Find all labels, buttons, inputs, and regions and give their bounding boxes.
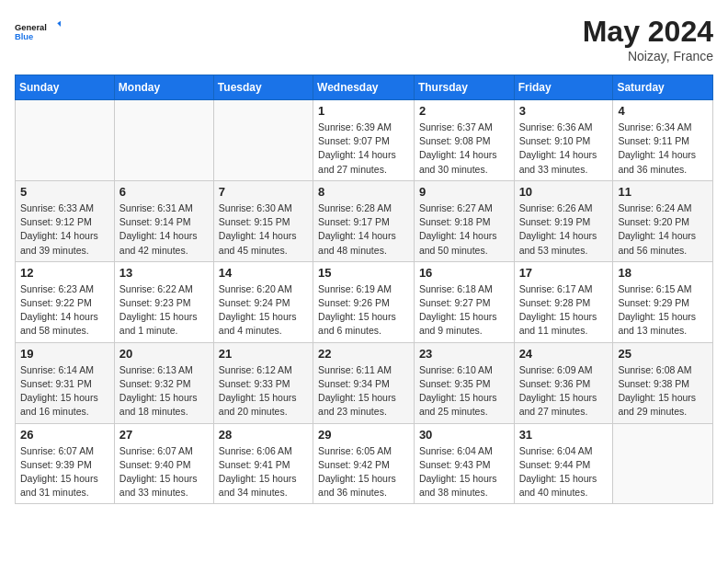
day-number: 28 [219,428,308,442]
day-info: Sunrise: 6:37 AM Sunset: 9:08 PM Dayligh… [419,121,509,177]
calendar-cell: 20Sunrise: 6:13 AM Sunset: 9:32 PM Dayli… [114,342,213,423]
day-info: Sunrise: 6:07 AM Sunset: 9:39 PM Dayligh… [20,444,109,500]
calendar-cell: 19Sunrise: 6:14 AM Sunset: 9:31 PM Dayli… [16,342,115,423]
calendar-table: SundayMondayTuesdayWednesdayThursdayFrid… [15,75,713,504]
day-info: Sunrise: 6:05 AM Sunset: 9:42 PM Dayligh… [318,444,409,500]
header: General Blue May 2024 Noizay, France [15,15,713,63]
day-info: Sunrise: 6:17 AM Sunset: 9:28 PM Dayligh… [519,282,609,339]
calendar-cell: 23Sunrise: 6:10 AM Sunset: 9:35 PM Dayli… [414,342,514,423]
day-header-wednesday: Wednesday [313,75,415,100]
day-number: 12 [20,266,109,280]
day-number: 24 [519,347,609,361]
day-number: 1 [318,104,409,118]
week-row-0: 1Sunrise: 6:39 AM Sunset: 9:07 PM Daylig… [16,100,713,181]
calendar-cell: 3Sunrise: 6:36 AM Sunset: 9:10 PM Daylig… [514,100,613,181]
day-number: 16 [419,266,509,280]
day-number: 10 [519,185,609,199]
calendar-cell: 1Sunrise: 6:39 AM Sunset: 9:07 PM Daylig… [313,100,415,181]
day-number: 8 [318,185,409,199]
day-number: 3 [519,104,609,118]
calendar-cell: 10Sunrise: 6:26 AM Sunset: 9:19 PM Dayli… [514,180,613,261]
day-number: 11 [618,185,708,199]
day-number: 7 [219,185,308,199]
calendar-cell: 22Sunrise: 6:11 AM Sunset: 9:34 PM Dayli… [313,342,415,423]
calendar-cell: 16Sunrise: 6:18 AM Sunset: 9:27 PM Dayli… [414,261,514,342]
day-info: Sunrise: 6:12 AM Sunset: 9:33 PM Dayligh… [219,363,308,419]
day-number: 20 [119,347,209,361]
calendar-cell [16,100,115,181]
day-info: Sunrise: 6:07 AM Sunset: 9:40 PM Dayligh… [119,444,209,500]
day-number: 25 [618,347,708,361]
title-block: May 2024 Noizay, France [583,15,713,63]
calendar-cell: 4Sunrise: 6:34 AM Sunset: 9:11 PM Daylig… [613,100,713,181]
day-info: Sunrise: 6:39 AM Sunset: 9:07 PM Dayligh… [318,121,409,177]
day-info: Sunrise: 6:27 AM Sunset: 9:18 PM Dayligh… [419,201,509,258]
calendar-cell: 14Sunrise: 6:20 AM Sunset: 9:24 PM Dayli… [213,261,313,342]
day-header-sunday: Sunday [16,75,115,100]
calendar-cell: 15Sunrise: 6:19 AM Sunset: 9:26 PM Dayli… [313,261,415,342]
day-info: Sunrise: 6:36 AM Sunset: 9:10 PM Dayligh… [519,121,609,177]
day-header-monday: Monday [114,75,213,100]
day-number: 13 [119,266,209,280]
day-number: 26 [20,428,109,442]
svg-text:General: General [15,23,47,32]
day-header-saturday: Saturday [613,75,713,100]
calendar-header-row: SundayMondayTuesdayWednesdayThursdayFrid… [16,75,713,100]
month-year: May 2024 [583,15,713,49]
calendar-cell: 29Sunrise: 6:05 AM Sunset: 9:42 PM Dayli… [313,423,415,504]
calendar-cell: 26Sunrise: 6:07 AM Sunset: 9:39 PM Dayli… [16,423,115,504]
day-number: 15 [318,266,409,280]
day-number: 6 [119,185,209,199]
calendar-cell: 17Sunrise: 6:17 AM Sunset: 9:28 PM Dayli… [514,261,613,342]
day-number: 4 [618,104,708,118]
day-info: Sunrise: 6:04 AM Sunset: 9:44 PM Dayligh… [519,444,609,500]
calendar-cell: 9Sunrise: 6:27 AM Sunset: 9:18 PM Daylig… [414,180,514,261]
day-info: Sunrise: 6:13 AM Sunset: 9:32 PM Dayligh… [119,363,209,419]
svg-marker-2 [57,21,61,27]
day-info: Sunrise: 6:23 AM Sunset: 9:22 PM Dayligh… [20,282,109,339]
day-header-friday: Friday [514,75,613,100]
day-number: 23 [419,347,509,361]
day-number: 2 [419,104,509,118]
day-number: 19 [20,347,109,361]
calendar-cell: 24Sunrise: 6:09 AM Sunset: 9:36 PM Dayli… [514,342,613,423]
day-info: Sunrise: 6:33 AM Sunset: 9:12 PM Dayligh… [20,201,109,258]
calendar-cell: 18Sunrise: 6:15 AM Sunset: 9:29 PM Dayli… [613,261,713,342]
calendar-cell: 5Sunrise: 6:33 AM Sunset: 9:12 PM Daylig… [16,180,115,261]
page: General Blue May 2024 Noizay, France Sun… [0,0,728,519]
day-info: Sunrise: 6:28 AM Sunset: 9:17 PM Dayligh… [318,201,409,258]
calendar-cell [114,100,213,181]
calendar-cell: 11Sunrise: 6:24 AM Sunset: 9:20 PM Dayli… [613,180,713,261]
day-info: Sunrise: 6:15 AM Sunset: 9:29 PM Dayligh… [618,282,708,339]
week-row-2: 12Sunrise: 6:23 AM Sunset: 9:22 PM Dayli… [16,261,713,342]
calendar-cell: 8Sunrise: 6:28 AM Sunset: 9:17 PM Daylig… [313,180,415,261]
day-number: 14 [219,266,308,280]
calendar-cell [213,100,313,181]
day-info: Sunrise: 6:10 AM Sunset: 9:35 PM Dayligh… [419,363,509,419]
calendar-cell: 25Sunrise: 6:08 AM Sunset: 9:38 PM Dayli… [613,342,713,423]
logo: General Blue [15,15,61,48]
svg-text:Blue: Blue [15,32,33,41]
day-number: 29 [318,428,409,442]
calendar-cell: 6Sunrise: 6:31 AM Sunset: 9:14 PM Daylig… [114,180,213,261]
day-number: 9 [419,185,509,199]
day-info: Sunrise: 6:09 AM Sunset: 9:36 PM Dayligh… [519,363,609,419]
location: Noizay, France [583,49,713,63]
day-info: Sunrise: 6:04 AM Sunset: 9:43 PM Dayligh… [419,444,509,500]
day-info: Sunrise: 6:18 AM Sunset: 9:27 PM Dayligh… [419,282,509,339]
calendar-cell: 27Sunrise: 6:07 AM Sunset: 9:40 PM Dayli… [114,423,213,504]
day-number: 17 [519,266,609,280]
day-info: Sunrise: 6:24 AM Sunset: 9:20 PM Dayligh… [618,201,708,258]
day-info: Sunrise: 6:30 AM Sunset: 9:15 PM Dayligh… [219,201,308,258]
day-number: 18 [618,266,708,280]
day-number: 30 [419,428,509,442]
calendar-cell: 28Sunrise: 6:06 AM Sunset: 9:41 PM Dayli… [213,423,313,504]
calendar-cell: 31Sunrise: 6:04 AM Sunset: 9:44 PM Dayli… [514,423,613,504]
day-header-tuesday: Tuesday [213,75,313,100]
day-info: Sunrise: 6:20 AM Sunset: 9:24 PM Dayligh… [219,282,308,339]
calendar-cell: 21Sunrise: 6:12 AM Sunset: 9:33 PM Dayli… [213,342,313,423]
day-info: Sunrise: 6:26 AM Sunset: 9:19 PM Dayligh… [519,201,609,258]
day-info: Sunrise: 6:34 AM Sunset: 9:11 PM Dayligh… [618,121,708,177]
logo-svg: General Blue [15,15,61,48]
calendar-cell: 30Sunrise: 6:04 AM Sunset: 9:43 PM Dayli… [414,423,514,504]
